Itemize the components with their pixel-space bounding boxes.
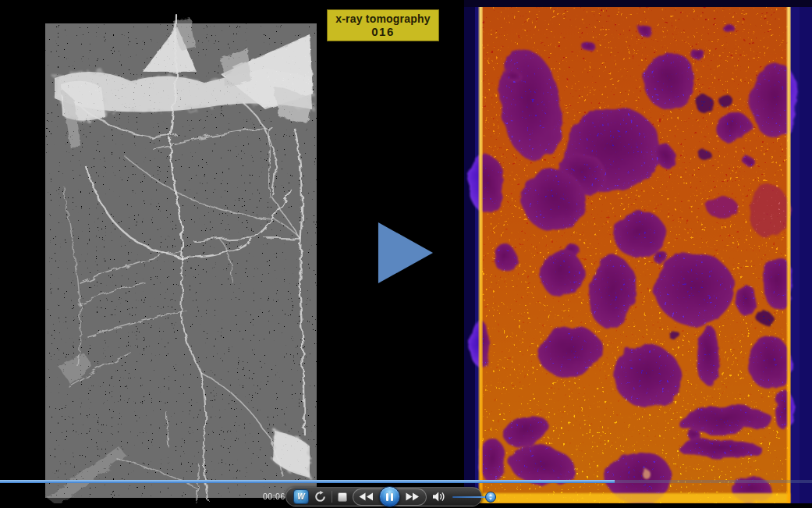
video-right-panel-thermal [464,0,812,503]
timestamp: 00:06 [263,492,285,501]
control-bar: 00:06 W [0,484,812,508]
repeat-button[interactable] [314,491,326,503]
volume-handle[interactable] [485,492,496,503]
transport-group [353,488,427,506]
thermal-render [464,0,812,503]
wmp-logo-icon: W [297,492,304,501]
pause-button[interactable] [379,486,400,507]
rewind-button[interactable] [359,492,374,501]
volume-track [452,496,489,499]
thermal-top-band [464,0,812,7]
play-arrow-icon[interactable] [377,221,434,285]
seek-bar[interactable] [0,480,812,483]
volume-slider[interactable] [452,491,496,503]
thermal-right-fade [800,0,812,503]
volume-mute-button[interactable] [432,492,445,502]
xray-tomography-label: x-ray tomography 016 [327,9,439,41]
fast-forward-button[interactable] [406,492,420,501]
repeat-icon [314,491,326,503]
seek-progress [0,480,615,483]
stop-icon [338,492,347,502]
fast-forward-icon [406,492,420,501]
label-line1: x-ray tomography [328,12,438,25]
thermal-left-fade [464,0,475,503]
label-line2: 016 [328,25,438,38]
video-player: x-ray tomography 016 00:06 W [0,0,812,508]
xray-noise-speckles [45,23,317,498]
divider [332,491,332,503]
pause-icon [386,493,388,501]
volume-level [452,496,488,499]
wmp-logo-button[interactable]: W [293,489,309,504]
matrix-speckles-dark [480,5,790,503]
rewind-icon [359,492,374,501]
stop-button[interactable] [338,492,347,502]
speaker-icon [432,492,445,502]
specimen-right-edge [787,5,791,503]
controls-pill: W [285,487,482,506]
specimen-left-edge [479,5,483,503]
